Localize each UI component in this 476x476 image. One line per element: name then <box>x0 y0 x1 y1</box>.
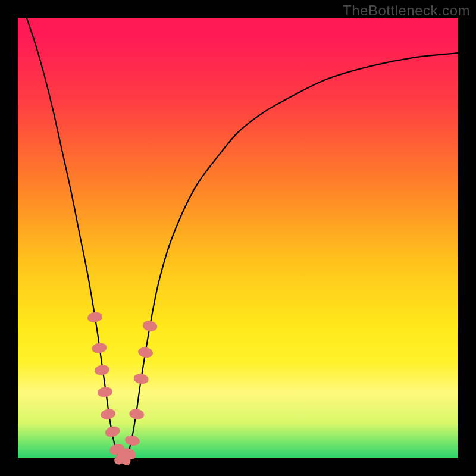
watermark-text: TheBottleneck.com <box>343 2 470 19</box>
chart-frame: TheBottleneck.com <box>0 0 476 476</box>
bead-marker <box>129 408 145 419</box>
main-curve <box>27 18 458 459</box>
bead-marker <box>100 408 116 420</box>
bead-marker <box>98 386 113 397</box>
bead-marker <box>142 320 158 332</box>
bead-marker <box>137 347 153 359</box>
bead-marker <box>133 373 149 384</box>
curve-svg <box>18 18 458 458</box>
bead-marker <box>92 342 107 353</box>
bead-marker <box>94 365 109 376</box>
bead-marker <box>87 312 102 323</box>
plot-area <box>18 18 458 458</box>
bead-marker <box>124 434 140 446</box>
bead-marker <box>105 425 121 438</box>
